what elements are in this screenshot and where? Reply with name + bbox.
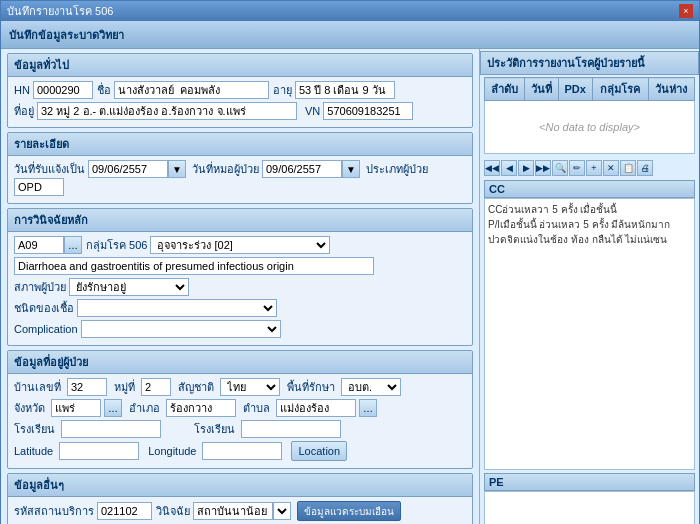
school2-label: โรงเรียน bbox=[194, 420, 235, 438]
province-picker-button[interactable]: … bbox=[104, 399, 122, 417]
vn-label: VN bbox=[305, 105, 320, 117]
report-date-label: วันที่รับแจ้งเป็น bbox=[14, 160, 85, 178]
window-title: บันทึกรายงานโรค 506 bbox=[7, 2, 113, 20]
col-date: วันที่ bbox=[525, 78, 558, 101]
visit-date-picker-button[interactable]: ▼ bbox=[342, 160, 360, 178]
house-no-label: บ้านเลขที่ bbox=[14, 378, 61, 396]
disease-diag-label: วินิจฉัย bbox=[156, 502, 190, 520]
area-select[interactable]: อบต. bbox=[341, 378, 401, 396]
other-section-title: ข้อมูลอื่นๆ bbox=[8, 474, 472, 497]
col-seq: ลำดับ bbox=[485, 78, 525, 101]
next-btn[interactable]: ▶ bbox=[518, 160, 534, 176]
general-info-section: ข้อมูลทั่วไป HN ชื่อ อายุ ที่อยู่ VN bbox=[7, 53, 473, 128]
diagnosis-section-title: การวินิจฉัยหลัก bbox=[8, 209, 472, 232]
copy-btn[interactable]: 📋 bbox=[620, 160, 636, 176]
close-window-button[interactable]: × bbox=[679, 4, 693, 18]
window: บันทึกรายงานโรค 506 × บันทึกข้อมูลระบาดว… bbox=[0, 0, 700, 524]
no-data-row: <No data to display> bbox=[485, 101, 695, 154]
disease-group-select[interactable]: อุจจาระร่วง [02] bbox=[150, 236, 330, 254]
vn-input[interactable] bbox=[323, 102, 413, 120]
address-label: ที่อยู่ bbox=[14, 102, 34, 120]
diagnosis-desc-input[interactable] bbox=[14, 257, 374, 275]
disease-diag-input[interactable] bbox=[193, 502, 273, 520]
hn-input[interactable] bbox=[33, 81, 93, 99]
disease-diag-select[interactable] bbox=[273, 502, 291, 520]
history-table: ลำดับ วันที่ PDx กลุ่มโรค วันห่าง <No da… bbox=[484, 77, 695, 154]
disease-group-label: กลุ่มโรค 506 bbox=[86, 236, 147, 254]
icd-code-input[interactable] bbox=[14, 236, 64, 254]
disease-type-label: ชนิดของเชื้อ bbox=[14, 299, 74, 317]
details-section-title: รายละเอียด bbox=[8, 133, 472, 156]
name-label: ชื่อ bbox=[97, 81, 111, 99]
area-label: พื้นที่รักษา bbox=[287, 378, 335, 396]
longitude-label: Longitude bbox=[148, 445, 196, 457]
house-no-input[interactable] bbox=[67, 378, 107, 396]
del-btn[interactable]: ✕ bbox=[603, 160, 619, 176]
data-context-button[interactable]: ข้อมูลแวดระบมเอือน bbox=[297, 501, 401, 521]
address-input[interactable] bbox=[37, 102, 297, 120]
latitude-input[interactable] bbox=[59, 442, 139, 460]
moo-input[interactable] bbox=[141, 378, 171, 396]
other-info-section: ข้อมูลอื่นๆ รหัสสถานบริการ วินิจฉัย ข้อม… bbox=[7, 473, 473, 524]
right-panel-title: ประวัติการรายงานโรคผู้ป่วยรายนี้ bbox=[480, 51, 699, 75]
icd-picker-button[interactable]: … bbox=[64, 236, 82, 254]
patient-type-input[interactable] bbox=[14, 178, 64, 196]
age-input[interactable] bbox=[295, 81, 395, 99]
school2-input[interactable] bbox=[241, 420, 341, 438]
prev-btn[interactable]: ◀ bbox=[501, 160, 517, 176]
edit-btn[interactable]: ✏ bbox=[569, 160, 585, 176]
location-button[interactable]: Location bbox=[291, 441, 347, 461]
first-btn[interactable]: ◀◀ bbox=[484, 160, 500, 176]
right-panel: ประวัติการรายงานโรคผู้ป่วยรายนี้ ลำดับ ว… bbox=[479, 49, 699, 524]
latitude-label: Latitude bbox=[14, 445, 53, 457]
search-btn[interactable]: 🔍 bbox=[552, 160, 568, 176]
province-input[interactable] bbox=[51, 399, 101, 417]
hn-label: HN bbox=[14, 84, 30, 96]
school-label: โรงเรียน bbox=[14, 420, 55, 438]
district-input[interactable] bbox=[166, 399, 236, 417]
general-section-title: ข้อมูลทั่วไป bbox=[8, 54, 472, 77]
patient-address-title: ข้อมูลที่อยู่ผู้ป่วย bbox=[8, 351, 472, 374]
add-btn[interactable]: + bbox=[586, 160, 602, 176]
patient-status-select[interactable]: ยังรักษาอยู่ bbox=[69, 278, 189, 296]
navigation-buttons: ◀◀ ◀ ▶ ▶▶ 🔍 ✏ + ✕ 📋 🖨 bbox=[480, 158, 699, 178]
nationality-label: สัญชาติ bbox=[178, 378, 214, 396]
report-date-input[interactable] bbox=[88, 160, 168, 178]
cc-content: CCอ่วนเหลวา 5 ครั้ง เมื่อชั้นนี้ P/lเมือ… bbox=[484, 198, 695, 470]
subdistrict-picker-button[interactable]: … bbox=[359, 399, 377, 417]
patient-type-label: ประเภทผู้ป่วย bbox=[366, 160, 428, 178]
school-input[interactable] bbox=[61, 420, 161, 438]
pe-content bbox=[484, 491, 695, 524]
title-bar: บันทึกรายงานโรค 506 × bbox=[1, 1, 699, 21]
no-data-cell: <No data to display> bbox=[485, 101, 695, 154]
print-btn[interactable]: 🖨 bbox=[637, 160, 653, 176]
province-label: จังหวัด bbox=[14, 399, 45, 417]
report-date-picker-button[interactable]: ▼ bbox=[168, 160, 186, 178]
col-pdx: PDx bbox=[558, 78, 592, 101]
page-title: บันทึกข้อมูลระบาดวิทยา bbox=[9, 29, 124, 41]
visit-date-label: วันที่หมอผู้ป่วย bbox=[192, 160, 259, 178]
details-section: รายละเอียด วันที่รับแจ้งเป็น ▼ วันที่หมอ… bbox=[7, 132, 473, 204]
complication-select[interactable] bbox=[81, 320, 281, 338]
longitude-input[interactable] bbox=[202, 442, 282, 460]
patient-address-section: ข้อมูลที่อยู่ผู้ป่วย บ้านเลขที่ หมู่ที่ … bbox=[7, 350, 473, 469]
name-input[interactable] bbox=[114, 81, 269, 99]
page-header: บันทึกข้อมูลระบาดวิทยา bbox=[1, 21, 699, 49]
subdistrict-label: ตำบล bbox=[243, 399, 270, 417]
service-label: รหัสสถานบริการ bbox=[14, 502, 94, 520]
cc-title: CC bbox=[484, 180, 695, 198]
last-btn[interactable]: ▶▶ bbox=[535, 160, 551, 176]
col-group: กลุ่มโรค bbox=[592, 78, 648, 101]
moo-label: หมู่ที่ bbox=[114, 378, 135, 396]
pe-title: PE bbox=[484, 473, 695, 491]
complication-label: Complication bbox=[14, 323, 78, 335]
service-input[interactable] bbox=[97, 502, 152, 520]
age-label: อายุ bbox=[273, 81, 292, 99]
subdistrict-input[interactable] bbox=[276, 399, 356, 417]
nationality-select[interactable]: ไทย bbox=[220, 378, 280, 396]
left-panel: ข้อมูลทั่วไป HN ชื่อ อายุ ที่อยู่ VN bbox=[1, 49, 479, 524]
patient-status-label: สภาพผู้ป่วย bbox=[14, 278, 66, 296]
col-gap: วันห่าง bbox=[648, 78, 694, 101]
visit-date-input[interactable] bbox=[262, 160, 342, 178]
disease-type-select[interactable] bbox=[77, 299, 277, 317]
